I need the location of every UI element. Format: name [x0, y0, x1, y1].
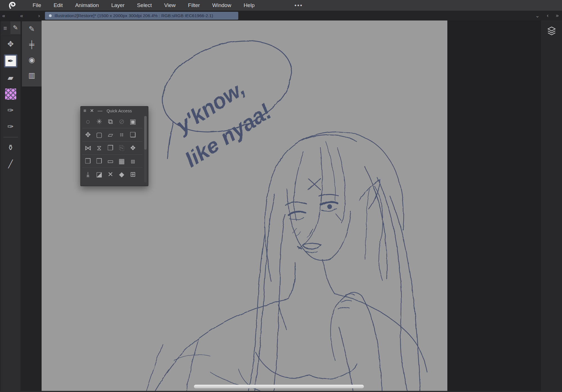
- ink-pen-tool-icon[interactable]: ✑: [1, 102, 21, 118]
- home-indicator[interactable]: [194, 385, 364, 388]
- menu-view[interactable]: View: [158, 0, 182, 11]
- open-folder-a-icon[interactable]: ❒: [82, 155, 94, 167]
- copy-icon[interactable]: ❐: [105, 142, 116, 154]
- animation-clapper-icon[interactable]: ◪: [94, 168, 105, 180]
- document-tab[interactable]: Illustration2[Restore]* (1500 x 2000px 3…: [45, 12, 238, 20]
- decoration-tool-icon[interactable]: [1, 86, 21, 102]
- pen-tool-icon[interactable]: ✒: [1, 52, 21, 70]
- clip-studio-logo-icon: [8, 1, 16, 10]
- tab-overflow-icon[interactable]: »: [556, 13, 559, 19]
- tab-bar: ««› Illustration2[Restore]* (1500 x 2000…: [0, 11, 562, 20]
- subtool-column: ✎╪◉▥: [22, 21, 42, 86]
- subtool-brush-settings-icon[interactable]: ✎: [22, 21, 42, 37]
- move-tool-icon[interactable]: ✥: [1, 36, 21, 52]
- flip-horizontal-icon[interactable]: ⋈: [82, 142, 94, 154]
- open-folder-b-icon[interactable]: ❒: [94, 155, 105, 167]
- document-title: Illustration2[Restore]* (1500 x 2000px 3…: [55, 13, 213, 18]
- tab-right-nav: ⌄‹»: [535, 11, 562, 20]
- menu-window[interactable]: Window: [206, 0, 237, 11]
- history-back-icon[interactable]: «: [20, 13, 23, 19]
- menu-edit[interactable]: Edit: [47, 0, 69, 11]
- lasso-select-icon[interactable]: ◌: [82, 116, 94, 127]
- paste-to-new-layer-icon[interactable]: ❖: [127, 142, 139, 154]
- subtool-timeline-film-icon[interactable]: ▥: [22, 68, 42, 83]
- menu-help[interactable]: Help: [237, 0, 261, 11]
- collapsed-side-panel: [447, 20, 541, 392]
- toolbox-menu-icon[interactable]: ≡: [3, 25, 7, 32]
- menu-layer[interactable]: Layer: [105, 0, 131, 11]
- quick-access-row-3: ⋈⧖❐⎘❖: [82, 141, 142, 154]
- menu-animation[interactable]: Animation: [69, 0, 105, 11]
- tool-divider: [3, 137, 18, 137]
- history-forward-icon[interactable]: ›: [38, 13, 40, 19]
- import-image-file-icon[interactable]: ⤓: [82, 168, 94, 180]
- tool-list: ✥✒▰✑✑⚱╱: [1, 36, 21, 172]
- palette-scrollbar-thumb[interactable]: [144, 116, 147, 150]
- menu-file[interactable]: File: [26, 0, 47, 11]
- select-layer-icon[interactable]: ❏: [127, 129, 139, 141]
- tab-prev-icon[interactable]: ‹: [547, 13, 549, 19]
- clear-icon[interactable]: ✕: [105, 168, 116, 180]
- deselect-disabled-icon[interactable]: ⊘: [116, 116, 127, 127]
- menu-overflow-button[interactable]: •••: [294, 2, 303, 9]
- quick-access-row-5: ⤓◪✕◆⊞: [82, 168, 142, 181]
- subtool-color-circle-icon[interactable]: ◉: [22, 52, 42, 68]
- menu-items: FileEditAnimationLayerSelectViewFilterWi…: [26, 0, 261, 11]
- subtool-sliders-icon[interactable]: ╪: [22, 37, 42, 52]
- tab-left-nav: ««›: [0, 11, 42, 20]
- right-icon-rail: [541, 20, 562, 392]
- airbrush-tool-icon[interactable]: ⚱: [1, 140, 21, 156]
- fill-bucket-icon[interactable]: ◆: [116, 168, 127, 180]
- new-canvas-icon[interactable]: ⊞: [127, 168, 139, 180]
- layer-property-icon[interactable]: ⧈: [127, 155, 139, 167]
- move-layer-icon[interactable]: ✥: [82, 129, 94, 141]
- menu-filter[interactable]: Filter: [182, 0, 206, 11]
- display-gradient-icon[interactable]: ▭: [105, 155, 116, 167]
- paste-icon[interactable]: ⎘: [116, 142, 127, 154]
- toolbox-header: ≡ ✎: [1, 21, 21, 36]
- shrink-select-icon[interactable]: ✳: [94, 116, 105, 127]
- sketch-artwork: y'know, like nyaa!: [42, 20, 447, 392]
- quick-access-row-1: ◌✳⧉⊘▣: [82, 115, 142, 128]
- bottom-edge: [0, 391, 562, 392]
- drawing-canvas[interactable]: y'know, like nyaa!: [42, 20, 447, 392]
- palette-scrollbar[interactable]: [144, 116, 147, 183]
- layers-icon[interactable]: [546, 26, 557, 37]
- tab-list-chevron-icon[interactable]: ⌄: [535, 13, 540, 19]
- eraser-tool-icon[interactable]: ▰: [1, 70, 21, 86]
- quick-access-grid: ◌✳⧉⊘▣✥▢▱⌗❏⋈⧖❐⎘❖❒❒▭▦⧈⤓◪✕◆⊞: [82, 115, 142, 182]
- palette-title: Quick Access: [106, 108, 132, 113]
- menu-bar: FileEditAnimationLayerSelectViewFilterWi…: [0, 0, 562, 11]
- palette-close-icon[interactable]: ✕: [90, 108, 94, 113]
- free-transform-icon[interactable]: ▱: [105, 129, 116, 141]
- flip-vertical-icon[interactable]: ⧖: [94, 142, 105, 154]
- toolbox: ≡ ✎ ✥✒▰✑✑⚱╱: [1, 21, 21, 392]
- history-back-far-icon[interactable]: «: [2, 13, 5, 19]
- line-tool-icon[interactable]: ╱: [1, 156, 21, 172]
- menu-select[interactable]: Select: [131, 0, 158, 11]
- palette-minimize-icon[interactable]: —: [98, 108, 102, 113]
- mesh-transform-icon[interactable]: ⌗: [116, 129, 127, 141]
- calligraphy-pen-tool-icon[interactable]: ✑: [1, 118, 21, 135]
- quick-access-row-2: ✥▢▱⌗❏: [82, 128, 142, 141]
- toolbox-edit-pencil-icon[interactable]: ✎: [10, 21, 21, 34]
- sketch-figure: [146, 132, 427, 392]
- quick-access-header[interactable]: ≡ ✕ — Quick Access: [81, 106, 148, 115]
- app-window: FileEditAnimationLayerSelectViewFilterWi…: [0, 0, 562, 392]
- lock-transparent-pixels-icon[interactable]: ▦: [116, 155, 127, 167]
- scale-rotate-icon[interactable]: ▢: [94, 129, 105, 141]
- import-picture-icon[interactable]: ▣: [127, 116, 139, 127]
- transform-paste-icon[interactable]: ⧉: [105, 116, 116, 127]
- quick-access-row-4: ❒❒▭▦⧈: [82, 154, 142, 168]
- unsaved-dot-icon: [49, 14, 52, 17]
- quick-access-palette: ≡ ✕ — Quick Access ◌✳⧉⊘▣✥▢▱⌗❏⋈⧖❐⎘❖❒❒▭▦⧈⤓…: [80, 106, 148, 186]
- palette-menu-icon[interactable]: ≡: [83, 108, 86, 113]
